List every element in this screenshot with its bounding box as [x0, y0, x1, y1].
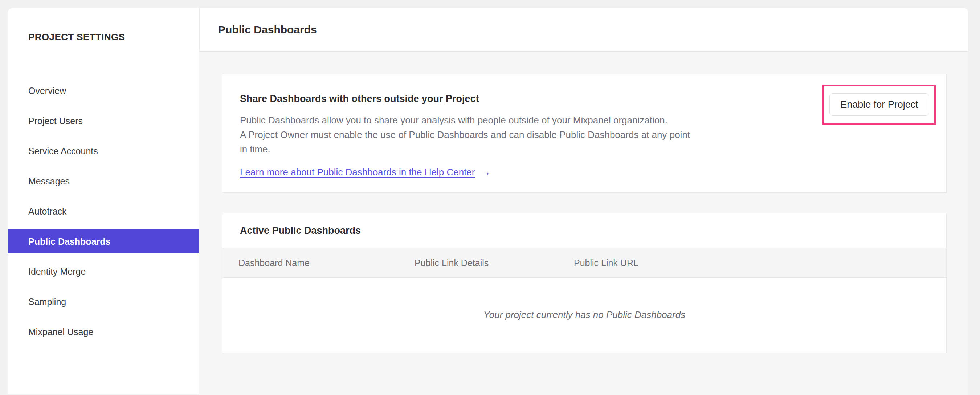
sidebar-item-overview[interactable]: Overview — [8, 79, 199, 103]
sidebar-title: PROJECT SETTINGS — [28, 32, 125, 43]
project-settings-sidebar: PROJECT SETTINGS Overview Project Users … — [8, 8, 199, 394]
active-card-title: Active Public Dashboards — [240, 225, 361, 236]
table-empty-state: Your project currently has no Public Das… — [223, 278, 946, 352]
column-public-link-url: Public Link URL — [574, 258, 946, 268]
column-public-link-details: Public Link Details — [415, 258, 574, 268]
sidebar-item-public-dashboards[interactable]: Public Dashboards — [8, 229, 199, 253]
description-line: A Project Owner must enable the use of P… — [240, 127, 946, 142]
active-dashboards-card: Active Public Dashboards Dashboard Name … — [222, 213, 947, 353]
enable-for-project-button[interactable]: Enable for Project — [829, 93, 929, 116]
sidebar-item-project-users[interactable]: Project Users — [8, 109, 199, 133]
sidebar-item-identity-merge[interactable]: Identity Merge — [8, 260, 199, 284]
sidebar-nav: Overview Project Users Service Accounts … — [8, 79, 199, 350]
sidebar-item-mixpanel-usage[interactable]: Mixpanel Usage — [8, 320, 199, 344]
sidebar-item-messages[interactable]: Messages — [8, 169, 199, 193]
share-dashboards-card: Share Dashboards with others outside you… — [222, 74, 947, 193]
column-dashboard-name: Dashboard Name — [239, 258, 415, 268]
annotation-highlight-box: Enable for Project — [822, 84, 936, 124]
main-content: Share Dashboards with others outside you… — [199, 52, 968, 395]
table-header-row: Dashboard Name Public Link Details Publi… — [223, 248, 946, 278]
page-title: Public Dashboards — [218, 24, 317, 36]
sidebar-item-service-accounts[interactable]: Service Accounts — [8, 139, 199, 163]
page-root: PROJECT SETTINGS Overview Project Users … — [0, 0, 980, 395]
sidebar-item-autotrack[interactable]: Autotrack — [8, 199, 199, 223]
help-center-link[interactable]: Learn more about Public Dashboards in th… — [240, 167, 491, 178]
arrow-right-icon: → — [481, 167, 491, 178]
help-center-link-label: Learn more about Public Dashboards in th… — [240, 167, 475, 178]
active-card-title-row: Active Public Dashboards — [223, 213, 946, 248]
description-line: in time. — [240, 142, 946, 156]
page-header: Public Dashboards — [199, 8, 968, 51]
sidebar-item-sampling[interactable]: Sampling — [8, 290, 199, 314]
